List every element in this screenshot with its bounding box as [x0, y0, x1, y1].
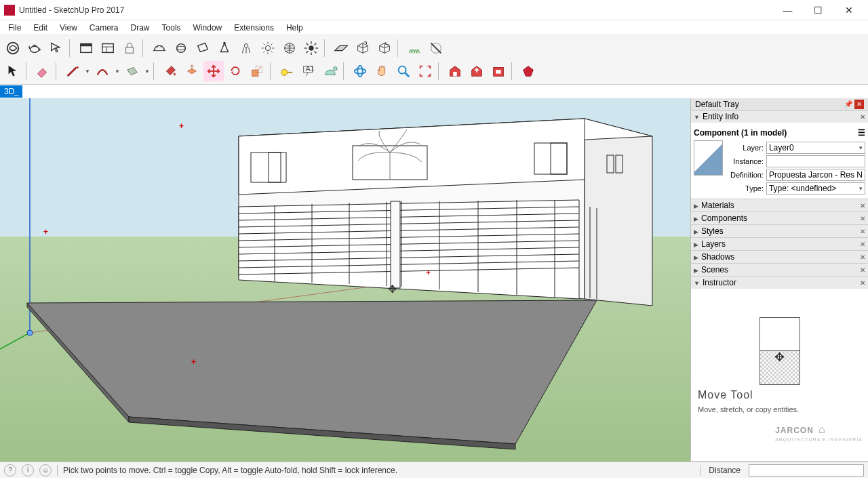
svg-point-11: [177, 46, 186, 50]
line-tool-icon[interactable]: [62, 61, 83, 81]
panel-shadows-header[interactable]: ▶Shadows✕: [691, 251, 868, 263]
menu-extensions[interactable]: Extensions: [229, 22, 279, 34]
warehouse-icon[interactable]: [445, 61, 465, 81]
tray-pin-icon[interactable]: 📌: [844, 100, 852, 108]
vray-sphere-light-icon[interactable]: [171, 38, 191, 58]
shape-tool-dropdown[interactable]: ▼: [144, 68, 151, 75]
menu-tools[interactable]: Tools: [157, 22, 186, 34]
vray-infinite-plane-icon[interactable]: [331, 38, 351, 58]
instructor-tool-desc: Move, stretch, or copy entities.: [695, 405, 799, 413]
warehouse-share-icon[interactable]: [467, 61, 487, 81]
vray-clipper-icon[interactable]: [426, 38, 446, 58]
scale-tool-icon[interactable]: [247, 61, 267, 81]
svg-line-19: [264, 44, 265, 45]
maximize-button[interactable]: ☐: [803, 0, 833, 20]
vray-render-icon[interactable]: [3, 38, 23, 58]
select-tool-icon[interactable]: [3, 61, 23, 81]
zoom-tool-icon[interactable]: [393, 61, 414, 81]
svg-line-29: [307, 43, 309, 45]
vray-mesh-light-icon[interactable]: [279, 38, 300, 58]
svg-line-21: [264, 52, 265, 53]
type-dropdown[interactable]: Type: <undefined>: [766, 182, 865, 195]
push-pull-icon[interactable]: [182, 61, 202, 81]
entity-material-swatch[interactable]: [694, 140, 723, 176]
svg-point-44: [357, 66, 362, 77]
paint-bucket-icon[interactable]: [160, 61, 180, 81]
vray-fur-icon[interactable]: [404, 38, 425, 58]
ruby-icon[interactable]: [518, 61, 538, 81]
orbit-tool-icon[interactable]: [350, 61, 370, 81]
vray-lock-icon[interactable]: [119, 38, 140, 58]
scene-tab-bar: 3D: [0, 85, 868, 98]
panel-styles-header[interactable]: ▶Styles✕: [691, 225, 868, 237]
vray-ies-light-icon[interactable]: [236, 38, 256, 58]
svg-point-1: [31, 46, 39, 52]
svg-rect-5: [102, 44, 114, 53]
svg-line-46: [406, 73, 410, 77]
extension-warehouse-icon[interactable]: [488, 61, 509, 81]
panel-components-header[interactable]: ▶Components✕: [691, 212, 868, 224]
menu-camera[interactable]: Camera: [84, 22, 124, 34]
menu-view[interactable]: View: [54, 22, 83, 34]
scene-tab[interactable]: 3D: [0, 85, 22, 98]
menu-window[interactable]: Window: [188, 22, 228, 34]
entity-menu-icon[interactable]: ☰: [858, 128, 865, 138]
tray-close-icon[interactable]: ✕: [854, 100, 864, 109]
status-info-icon[interactable]: i: [22, 464, 34, 476]
status-bar: ? i ☺ Pick two points to move. Ctrl = to…: [0, 462, 868, 478]
vray-dome-light-icon[interactable]: [149, 38, 170, 58]
text-tool-icon[interactable]: A1: [298, 61, 319, 81]
svg-line-32: [315, 43, 317, 45]
rectangle-tool-icon[interactable]: [122, 61, 142, 81]
svg-rect-89: [391, 201, 400, 288]
menu-edit[interactable]: Edit: [28, 22, 53, 34]
svg-line-22: [271, 44, 273, 45]
svg-rect-4: [81, 44, 92, 47]
vray-interactive-icon[interactable]: [46, 38, 66, 58]
pan-tool-icon[interactable]: [372, 61, 392, 81]
protractor-icon[interactable]: [320, 61, 340, 81]
tray-header[interactable]: Default Tray 📌 ✕: [691, 98, 868, 110]
vray-frame-buffer-icon[interactable]: [76, 38, 96, 58]
panel-close-icon[interactable]: ✕: [860, 113, 865, 121]
line-tool-dropdown[interactable]: ▼: [84, 68, 91, 75]
svg-marker-54: [27, 300, 597, 444]
instructor-animation: ✥: [760, 317, 800, 385]
arc-tool-icon[interactable]: [92, 61, 113, 81]
vray-teapot-icon[interactable]: [24, 38, 45, 58]
vray-proxy-import-icon[interactable]: [374, 38, 395, 58]
vray-asset-editor-icon[interactable]: [98, 38, 118, 58]
definition-field[interactable]: Propuesta Jarcon - Res N: [766, 169, 865, 181]
move-tool-icon[interactable]: [203, 61, 224, 81]
status-help-icon[interactable]: ?: [4, 464, 16, 476]
panel-layers-header[interactable]: ▶Layers✕: [691, 238, 868, 250]
panel-entity-info-header[interactable]: ▼Entity Info ✕: [691, 110, 868, 123]
entity-heading: Component (1 in model): [694, 128, 787, 138]
rotate-tool-icon[interactable]: [225, 61, 245, 81]
panel-materials-header[interactable]: ▶Materials✕: [691, 199, 868, 211]
svg-point-13: [244, 44, 248, 48]
eraser-tool-icon[interactable]: [33, 61, 53, 81]
panel-instructor-header[interactable]: ▼Instructor ✕: [691, 277, 868, 289]
svg-point-14: [265, 45, 270, 50]
instance-field[interactable]: [766, 155, 865, 167]
3d-viewport[interactable]: + + + + ✥: [0, 98, 690, 462]
vray-rect-light-icon[interactable]: [193, 38, 213, 58]
zoom-extents-icon[interactable]: [415, 61, 435, 81]
vray-spot-light-icon[interactable]: [214, 38, 235, 58]
status-user-icon[interactable]: ☺: [39, 464, 52, 476]
menu-file[interactable]: File: [3, 22, 26, 34]
minimize-button[interactable]: ―: [772, 0, 803, 20]
menu-draw[interactable]: Draw: [125, 22, 155, 34]
tape-measure-icon[interactable]: [277, 61, 297, 81]
close-button[interactable]: ✕: [833, 0, 864, 20]
measurement-input[interactable]: [749, 464, 864, 476]
menu-help[interactable]: Help: [281, 22, 309, 34]
vray-proxy-export-icon[interactable]: [353, 38, 373, 58]
arc-tool-dropdown[interactable]: ▼: [114, 68, 121, 75]
vray-sun-icon[interactable]: [301, 38, 321, 58]
tray-title: Default Tray: [695, 100, 739, 109]
panel-scenes-header[interactable]: ▶Scenes✕: [691, 264, 868, 276]
vray-omni-light-icon[interactable]: [258, 38, 278, 58]
layer-dropdown[interactable]: Layer0: [766, 142, 865, 154]
